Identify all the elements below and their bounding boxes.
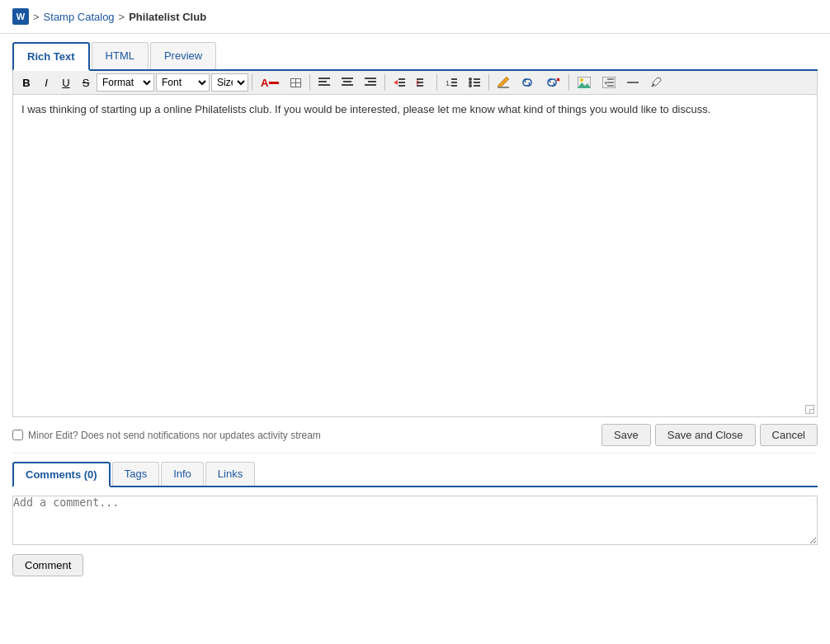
- svg-rect-18: [451, 78, 457, 80]
- breadcrumb-sep-2: >: [119, 11, 125, 23]
- tab-rich-text[interactable]: Rich Text: [12, 42, 90, 71]
- svg-point-23: [469, 84, 472, 87]
- italic-button[interactable]: I: [37, 73, 55, 92]
- toolbar-sep-4: [436, 74, 437, 91]
- svg-line-40: [652, 84, 654, 87]
- macro-icon: +: [602, 77, 615, 88]
- wrench-icon: [650, 77, 662, 88]
- align-right-button[interactable]: [360, 73, 381, 92]
- font-select[interactable]: Font Arial Times New Roman Courier: [156, 73, 210, 92]
- eraser-icon: [498, 77, 509, 88]
- table-button[interactable]: [285, 73, 306, 92]
- svg-rect-15: [417, 82, 423, 83]
- editor-content-area[interactable]: I was thinking of starting up a online P…: [12, 95, 818, 417]
- tab-comments[interactable]: Comments (0): [12, 462, 111, 487]
- tab-tags[interactable]: Tags: [112, 462, 159, 486]
- save-close-button[interactable]: Save and Close: [655, 424, 756, 446]
- comment-button[interactable]: Comment: [12, 554, 83, 576]
- strikethrough-button[interactable]: S: [77, 73, 95, 92]
- toolbar-sep-6: [568, 74, 569, 91]
- bold-button[interactable]: B: [17, 73, 35, 92]
- horizontal-rule-button[interactable]: [622, 73, 644, 92]
- clear-format-button[interactable]: [493, 73, 514, 92]
- svg-rect-16: [417, 85, 423, 87]
- minor-edit-label: Minor Edit? Does not send notifications …: [28, 430, 321, 441]
- editor-toolbar: B I U S Format Heading 1 Heading 2 Parag…: [12, 71, 818, 95]
- comment-input[interactable]: [12, 496, 818, 545]
- remove-link-button[interactable]: [540, 73, 565, 92]
- svg-rect-1: [318, 81, 327, 82]
- cancel-button[interactable]: Cancel: [760, 424, 818, 446]
- settings-button[interactable]: [645, 73, 667, 92]
- svg-point-32: [580, 78, 583, 82]
- image-icon: [578, 77, 591, 88]
- bottom-tab-bar: Comments (0) Tags Info Links: [12, 462, 818, 487]
- minor-edit-checkbox[interactable]: [12, 430, 23, 440]
- toolbar-sep-2: [309, 74, 310, 91]
- logo-icon[interactable]: W: [12, 8, 29, 25]
- breadcrumb-bar: W > Stamp Catalog > Philatelist Club: [0, 0, 830, 34]
- breadcrumb-link-stamp-catalog[interactable]: Stamp Catalog: [44, 11, 115, 23]
- macro-button[interactable]: +: [597, 73, 620, 92]
- svg-rect-7: [368, 81, 376, 82]
- svg-rect-26: [474, 85, 480, 87]
- toolbar-sep-3: [384, 74, 385, 91]
- tab-preview[interactable]: Preview: [150, 42, 216, 69]
- resize-handle[interactable]: ◲: [804, 402, 815, 415]
- tab-info[interactable]: Info: [161, 462, 204, 486]
- insert-link-button[interactable]: [516, 73, 539, 92]
- svg-rect-36: [607, 78, 614, 80]
- unordered-list-icon: [469, 78, 480, 87]
- svg-rect-38: [607, 85, 614, 87]
- svg-rect-6: [365, 78, 376, 79]
- outdent-icon: [394, 78, 405, 87]
- svg-rect-20: [451, 85, 457, 87]
- svg-rect-11: [398, 82, 405, 83]
- unordered-list-button[interactable]: [464, 73, 485, 92]
- outdent-button[interactable]: [389, 73, 410, 92]
- svg-rect-4: [343, 81, 351, 82]
- text-color-button[interactable]: A: [256, 73, 284, 92]
- breadcrumb-sep-1: >: [33, 11, 40, 23]
- svg-rect-39: [627, 82, 639, 83]
- align-right-icon: [365, 78, 376, 87]
- svg-rect-8: [365, 84, 376, 86]
- tab-html[interactable]: HTML: [92, 42, 149, 69]
- minor-edit-section: Minor Edit? Does not send notifications …: [12, 430, 321, 441]
- svg-rect-14: [417, 78, 423, 80]
- rich-text-editor[interactable]: I was thinking of starting up a online P…: [21, 103, 809, 408]
- svg-rect-19: [451, 82, 457, 83]
- indent-button[interactable]: [412, 73, 433, 92]
- unlink-icon: [545, 78, 560, 87]
- breadcrumb-current-page: Philatelist Club: [129, 11, 206, 23]
- svg-rect-2: [318, 84, 330, 86]
- size-select[interactable]: Size 8 10 12 14 18: [211, 73, 248, 92]
- tab-links[interactable]: Links: [205, 462, 255, 486]
- main-content: Rich Text HTML Preview B I U S Format He…: [0, 34, 830, 593]
- svg-marker-33: [578, 82, 591, 88]
- ordered-list-icon: 1.: [446, 78, 457, 87]
- svg-rect-5: [342, 84, 353, 86]
- svg-marker-27: [498, 77, 509, 88]
- svg-point-22: [469, 81, 472, 84]
- insert-image-button[interactable]: [573, 73, 596, 92]
- underline-button[interactable]: U: [57, 73, 75, 92]
- format-select[interactable]: Format Heading 1 Heading 2 Paragraph: [97, 73, 154, 92]
- align-left-button[interactable]: [314, 73, 335, 92]
- save-button[interactable]: Save: [601, 424, 651, 446]
- svg-rect-25: [474, 82, 480, 83]
- link-icon: [521, 78, 534, 87]
- align-left-icon: [318, 78, 330, 87]
- ordered-list-button[interactable]: 1.: [441, 73, 462, 92]
- hr-icon: [627, 78, 639, 87]
- align-center-button[interactable]: [337, 73, 358, 92]
- toolbar-sep-5: [488, 74, 489, 91]
- svg-rect-24: [474, 78, 480, 80]
- svg-marker-9: [394, 80, 398, 85]
- svg-rect-37: [607, 82, 614, 83]
- svg-rect-12: [398, 85, 405, 87]
- comment-section: Comment: [12, 487, 818, 585]
- toolbar-sep-1: [252, 74, 252, 91]
- indent-icon: [417, 78, 428, 87]
- svg-rect-0: [318, 78, 330, 79]
